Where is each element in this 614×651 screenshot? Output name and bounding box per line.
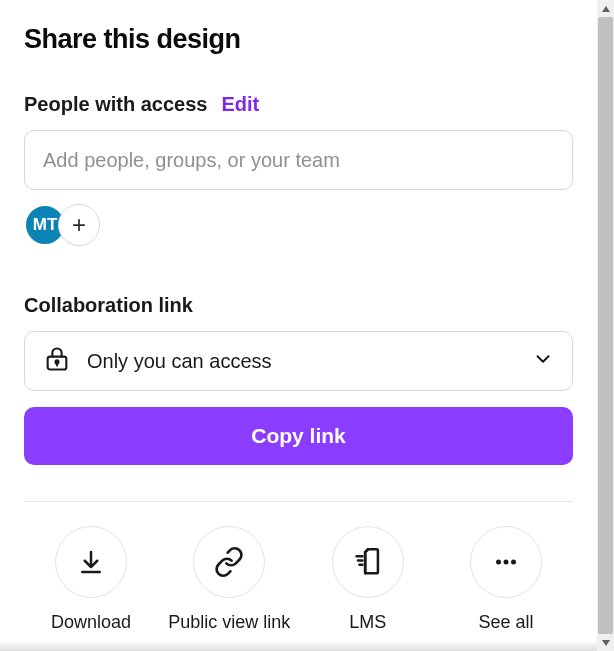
svg-marker-12 xyxy=(602,640,610,646)
see-all-label: See all xyxy=(478,612,533,634)
divider xyxy=(24,501,573,502)
svg-point-9 xyxy=(503,560,508,565)
add-person-button[interactable]: + xyxy=(58,204,100,246)
copy-link-button[interactable]: Copy link xyxy=(24,407,573,465)
collab-link-label: Collaboration link xyxy=(24,294,573,317)
svg-marker-11 xyxy=(602,6,610,12)
lms-icon xyxy=(332,526,404,598)
public-view-label: Public view link xyxy=(168,612,290,634)
edit-access-link[interactable]: Edit xyxy=(221,93,259,116)
dialog-title: Share this design xyxy=(24,24,573,55)
chevron-down-icon xyxy=(532,348,554,374)
add-people-input[interactable] xyxy=(24,130,573,190)
link-icon xyxy=(193,526,265,598)
download-label: Download xyxy=(51,612,131,634)
access-level-text: Only you can access xyxy=(87,350,516,373)
scrollbar[interactable] xyxy=(597,0,614,651)
svg-point-10 xyxy=(511,560,516,565)
lms-action[interactable]: LMS xyxy=(303,526,433,634)
scroll-up-arrow[interactable] xyxy=(597,0,614,17)
svg-point-8 xyxy=(496,560,501,565)
people-access-label: People with access xyxy=(24,93,207,116)
people-access-row: People with access Edit xyxy=(24,93,573,116)
actions-row: Download Public view link xyxy=(24,526,573,634)
avatar-row: MT + xyxy=(24,204,573,246)
scroll-thumb[interactable] xyxy=(598,17,613,634)
download-icon xyxy=(55,526,127,598)
download-action[interactable]: Download xyxy=(26,526,156,634)
access-level-dropdown[interactable]: Only you can access xyxy=(24,331,573,391)
more-icon xyxy=(470,526,542,598)
see-all-action[interactable]: See all xyxy=(441,526,571,634)
share-panel: Share this design People with access Edi… xyxy=(0,0,597,651)
lock-icon xyxy=(43,345,71,377)
public-view-action[interactable]: Public view link xyxy=(164,526,294,634)
scroll-down-arrow[interactable] xyxy=(597,634,614,651)
lms-label: LMS xyxy=(349,612,386,634)
